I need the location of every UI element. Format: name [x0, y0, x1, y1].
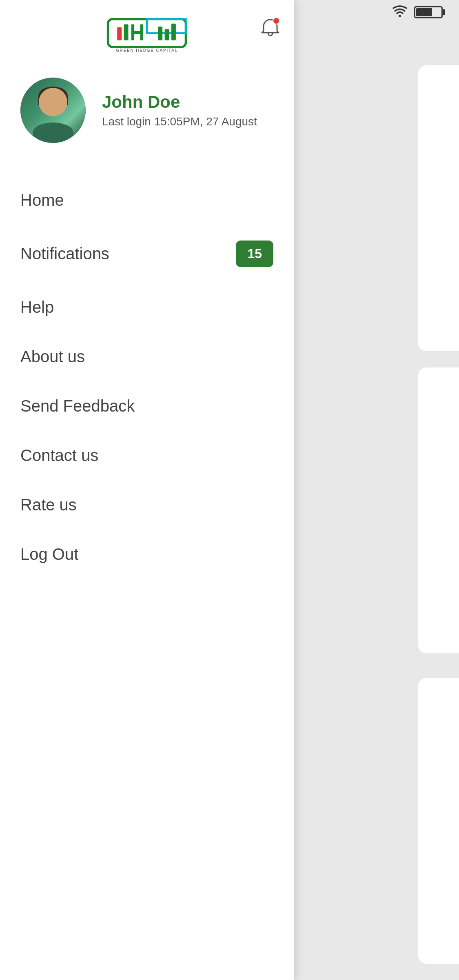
svg-point-0 [399, 15, 401, 17]
menu-list: Home Notifications 15 Help About us Send… [0, 176, 294, 579]
menu-item-notifications[interactable]: Notifications 15 [20, 225, 273, 283]
profile-name: John Doe [102, 92, 257, 112]
profile-section: John Doe Last login 15:05PM, 27 August [0, 65, 294, 167]
menu-item-about[interactable]: About us [20, 332, 273, 381]
notifications-badge: 15 [236, 241, 273, 267]
menu-item-contact[interactable]: Contact us [20, 431, 273, 480]
status-bar [0, 0, 459, 24]
svg-rect-10 [131, 31, 143, 34]
menu-item-feedback[interactable]: Send Feedback [20, 381, 273, 431]
svg-rect-7 [171, 24, 176, 40]
svg-text:GREEN HEDGE CAPITAL: GREEN HEDGE CAPITAL [116, 48, 178, 53]
menu-label-about: About us [20, 347, 85, 366]
avatar-body [33, 122, 73, 143]
menu-label-help: Help [20, 298, 54, 316]
svg-rect-3 [117, 27, 122, 40]
menu-label-home: Home [20, 191, 64, 209]
right-card-bottom [418, 678, 459, 964]
menu-item-help[interactable]: Help [20, 283, 273, 332]
right-app-icon [424, 131, 447, 163]
right-card-middle [418, 368, 459, 653]
right-card-top [418, 65, 459, 351]
menu-label-logout: Log Out [20, 545, 78, 564]
drawer-menu: GREEN HEDGE CAPITAL John Doe La [0, 0, 294, 980]
menu-label-rate: Rate us [20, 496, 77, 514]
avatar [20, 78, 86, 143]
svg-rect-6 [165, 29, 169, 40]
menu-label-feedback: Send Feedback [20, 397, 135, 415]
menu-label-contact: Contact us [20, 446, 98, 465]
battery-fill [416, 8, 432, 16]
avatar-head [39, 88, 67, 116]
svg-rect-4 [124, 24, 129, 40]
menu-label-notifications: Notifications [20, 245, 109, 263]
battery-icon [414, 6, 443, 18]
wifi-icon [392, 4, 408, 20]
svg-rect-5 [158, 27, 162, 40]
profile-last-login: Last login 15:05PM, 27 August [102, 115, 257, 128]
menu-item-logout[interactable]: Log Out [20, 530, 273, 579]
avatar-photo [20, 78, 86, 143]
profile-info: John Doe Last login 15:05PM, 27 August [102, 92, 257, 128]
menu-item-rate[interactable]: Rate us [20, 480, 273, 530]
menu-item-home[interactable]: Home [20, 176, 273, 225]
